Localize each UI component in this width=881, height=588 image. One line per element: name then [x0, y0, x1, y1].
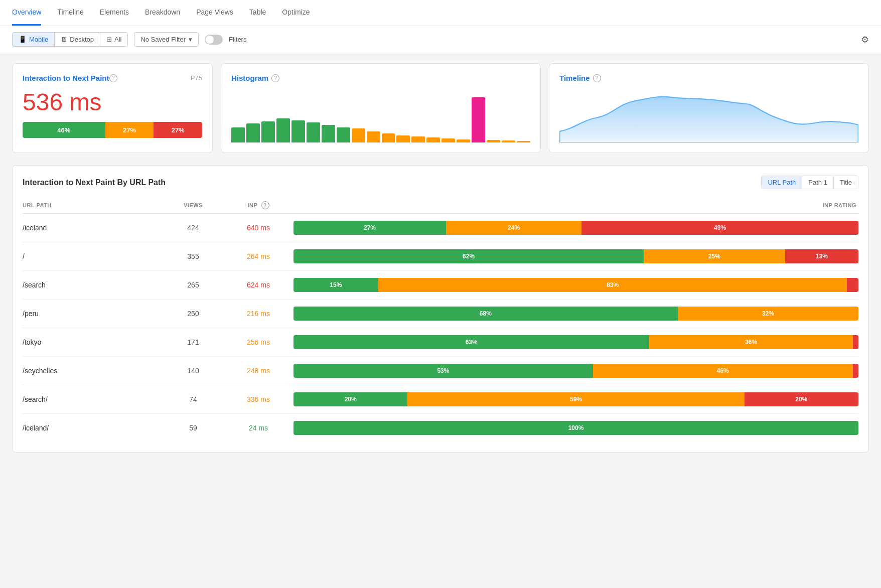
rating-bar-segment: 49%: [581, 221, 858, 235]
inp-cell: 624 ms: [223, 271, 293, 300]
inp-help-icon[interactable]: ?: [109, 74, 117, 82]
url-cell: /seychelles: [23, 357, 163, 385]
rating-bar: 53%46%: [293, 364, 858, 378]
rating-bar-cell: 62%25%13%: [293, 242, 858, 271]
histogram-bar: [307, 122, 320, 142]
views-cell: 265: [163, 271, 223, 300]
views-cell: 250: [163, 300, 223, 328]
table-section: Interaction to Next Paint By URL Path UR…: [12, 165, 869, 453]
nav-elements[interactable]: Elements: [100, 0, 129, 26]
inp-seg-poor: 27%: [154, 122, 202, 138]
inp-cell: 336 ms: [223, 385, 293, 414]
histogram-bar: [487, 140, 500, 142]
device-all-btn[interactable]: ⊞ All: [100, 33, 127, 46]
table-row: /355264 ms62%25%13%: [23, 242, 858, 271]
inp-card: Interaction to Next Paint ? P75 536 ms 4…: [12, 63, 213, 153]
rating-bar-segment: 68%: [293, 307, 678, 321]
rating-bar-segment: 25%: [644, 249, 785, 263]
rating-bar-segment: 20%: [293, 392, 407, 406]
filters-toggle[interactable]: [205, 35, 223, 45]
nav-breakdown[interactable]: Breakdown: [145, 0, 180, 26]
rating-bar-cell: 53%46%: [293, 357, 858, 385]
table-row: /seychelles140248 ms53%46%: [23, 357, 858, 385]
table-row: /iceland424640 ms27%24%49%: [23, 214, 858, 242]
inp-seg-needs: 27%: [105, 122, 154, 138]
histogram-help-icon[interactable]: ?: [271, 74, 279, 82]
rating-bar-segment: 13%: [785, 249, 858, 263]
nav-bar: Overview Timeline Elements Breakdown Pag…: [0, 0, 881, 26]
histogram-bar: [442, 138, 455, 142]
nav-overview[interactable]: Overview: [12, 0, 41, 26]
inp-card-title: Interaction to Next Paint: [23, 74, 109, 82]
histogram-bar: [367, 131, 380, 142]
path-1-btn[interactable]: Path 1: [802, 176, 833, 189]
device-mobile-btn[interactable]: 📱 Mobile: [13, 33, 54, 46]
inp-col-help-icon[interactable]: ?: [261, 201, 269, 209]
histogram-bar: [426, 137, 440, 142]
rating-bar-cell: 100%: [293, 414, 858, 443]
settings-button[interactable]: ⚙: [861, 34, 869, 45]
inp-cell: 24 ms: [223, 414, 293, 443]
url-cell: /search: [23, 271, 163, 300]
nav-timeline[interactable]: Timeline: [57, 0, 83, 26]
timeline-card: Timeline ?: [549, 63, 869, 153]
histogram-bar: [457, 139, 470, 142]
histogram-bar: [322, 125, 335, 142]
rating-bar-cell: 27%24%49%: [293, 214, 858, 242]
histogram-bar: [472, 97, 485, 142]
nav-optimize[interactable]: Optimize: [282, 0, 310, 26]
histogram-bar: [517, 141, 530, 142]
inp-seg-good: 46%: [23, 122, 105, 138]
path-url-btn[interactable]: URL Path: [762, 176, 802, 189]
views-cell: 74: [163, 385, 223, 414]
col-header-views: VIEWS: [163, 197, 223, 214]
rating-bar: 27%24%49%: [293, 221, 858, 235]
views-cell: 424: [163, 214, 223, 242]
timeline-help-icon[interactable]: ?: [593, 74, 601, 82]
nav-page-views[interactable]: Page Views: [196, 0, 233, 26]
table-row: /search/74336 ms20%59%20%: [23, 385, 858, 414]
inp-cell: 640 ms: [223, 214, 293, 242]
url-cell: /peru: [23, 300, 163, 328]
rating-bar-segment: 46%: [593, 364, 853, 378]
histogram-card: Histogram ?: [221, 63, 541, 153]
device-desktop-btn[interactable]: 🖥 Desktop: [54, 33, 100, 46]
histogram-bar: [411, 136, 425, 142]
filters-label: Filters: [229, 36, 246, 43]
table-section-title: Interaction to Next Paint By URL Path: [23, 178, 166, 187]
timeline-header: Timeline ?: [559, 74, 858, 82]
inp-cell: 264 ms: [223, 242, 293, 271]
url-cell: /iceland/: [23, 414, 163, 443]
gear-icon: ⚙: [861, 35, 869, 45]
inp-value: 536 ms: [23, 88, 202, 116]
histogram-bar: [261, 121, 275, 142]
timeline-svg: [559, 87, 858, 142]
rating-bar-cell: 15%83%: [293, 271, 858, 300]
chevron-down-icon: ▾: [189, 36, 192, 43]
timeline-chart: [559, 82, 858, 142]
histogram-bar: [276, 118, 290, 142]
nav-table[interactable]: Table: [249, 0, 266, 26]
rating-bar: 63%36%: [293, 335, 858, 349]
histogram-bars: [231, 82, 530, 142]
device-toggle: 📱 Mobile 🖥 Desktop ⊞ All: [12, 32, 128, 47]
path-toggle: URL Path Path 1 Title: [761, 176, 858, 189]
col-header-rating: INP RATING: [293, 197, 858, 214]
col-header-url: URL PATH: [23, 197, 163, 214]
filter-bar: 📱 Mobile 🖥 Desktop ⊞ All No Saved Filter…: [0, 26, 881, 53]
timeline-title: Timeline: [559, 74, 590, 82]
histogram-bar: [231, 127, 245, 142]
saved-filter-dropdown[interactable]: No Saved Filter ▾: [134, 32, 199, 47]
histogram-bar: [502, 140, 515, 142]
data-table: URL PATH VIEWS INP ? INP RATING /iceland…: [23, 197, 858, 442]
inp-card-header: Interaction to Next Paint ? P75: [23, 74, 202, 82]
rating-bar-segment: 83%: [378, 278, 847, 292]
rating-bar-segment: 62%: [293, 249, 644, 263]
rating-bar: 20%59%20%: [293, 392, 858, 406]
histogram-header: Histogram ?: [231, 74, 530, 82]
all-icon: ⊞: [106, 36, 112, 43]
rating-bar: 62%25%13%: [293, 249, 858, 263]
rating-bar-segment: 32%: [678, 307, 858, 321]
path-title-btn[interactable]: Title: [833, 176, 858, 189]
rating-bar: 100%: [293, 421, 858, 435]
